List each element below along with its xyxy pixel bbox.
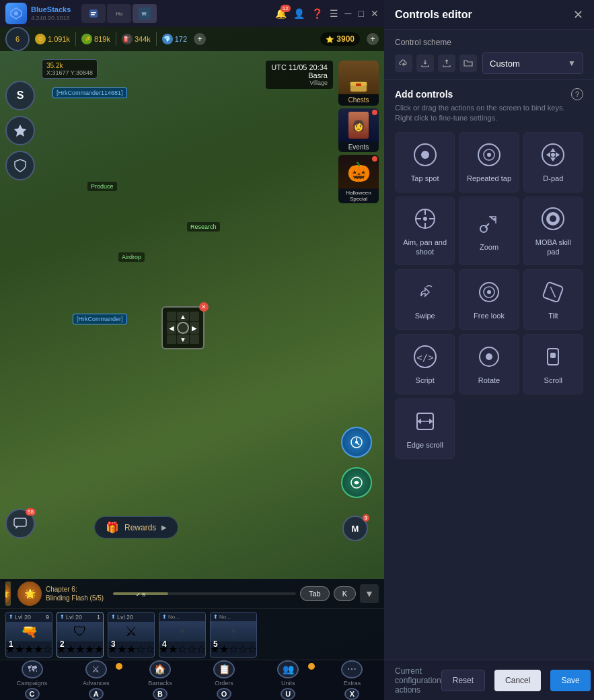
scroll-control[interactable]: Scroll [523,334,583,394]
add-controls-section: Add controls ? Click or drag the actions… [384,80,594,660]
nav-units[interactable]: 👥 Units U [256,660,320,700]
menu-icon[interactable]: ☰ [330,8,338,19]
maximize-button[interactable]: □ [359,8,364,19]
zoom-icon [476,210,503,237]
dpad-control[interactable]: D-pad [523,132,583,193]
dpad-down[interactable]: ▼ [177,335,189,344]
svg-point-36 [550,215,556,222]
player-avatar: 6 [5,27,30,51]
aim-icon [412,205,439,232]
profile-icon[interactable]: 👤 [293,8,305,19]
chests-tab[interactable]: Chests [338,61,379,106]
dpad-center[interactable] [177,322,189,334]
moba-control[interactable]: MOBA skill pad [523,197,583,266]
help-button[interactable]: ? [571,88,583,100]
download-button[interactable] [416,55,434,72]
home-tab[interactable] [81,4,106,23]
nav-orders[interactable]: 📋 Orders O [192,660,256,700]
dpad-up-left[interactable] [167,312,176,321]
events-tab[interactable]: 👩 Events [338,108,379,152]
cancel-button[interactable]: Cancel [494,670,541,691]
dpad-close-button[interactable]: ✕ [199,302,209,312]
title-icons: 🔔 12 👤 ❓ ☰ ─ □ ✕ [275,7,379,20]
edge-scroll-control[interactable]: Edge scroll [395,398,455,459]
dpad-down-right[interactable] [190,335,199,344]
action-button-2[interactable] [341,467,372,498]
game-tab-1[interactable]: Ho [107,4,131,23]
unit-slot-1[interactable]: Lvl 20 🔫 1 ★★★★☆ 9 [5,612,52,658]
reset-button[interactable]: Reset [441,670,485,691]
dpad-left[interactable]: ◀ [167,322,176,334]
add-resources-button[interactable]: + [194,33,206,45]
nav-barracks[interactable]: 🏠 Barracks B [128,660,192,700]
unit-slot-5[interactable]: No... + 5 ★★☆☆☆ [210,612,257,658]
save-button[interactable]: Save [550,670,590,691]
svg-marker-23 [546,152,550,158]
folder-button[interactable] [459,55,477,72]
bottom-arrow-button[interactable]: ▼ [360,584,379,603]
zoom-control[interactable]: Zoom [459,197,519,266]
free-look-label: Free look [474,311,505,320]
scroll-icon [540,343,566,370]
aim-label: Aim, pan and shoot [401,238,449,257]
hrk-commander-label2: [HrkCommander] [73,314,127,324]
gold-resource: ⚙ 1.091k [35,34,70,44]
aim-pan-shoot-control[interactable]: Aim, pan and shoot [395,197,455,266]
dpad-up[interactable]: ▲ [177,312,189,321]
app-name: BlueStacks [31,5,71,14]
chat-button[interactable]: 58 [5,509,35,538]
app-version: 4.240.20.1016 [31,15,71,22]
dpad-widget[interactable]: ✕ ▲ ◀ ▶ ▼ [161,306,205,349]
unit-slot-2[interactable]: Lvl 20 🛡 2 ★★★★★ 1 [57,612,104,658]
upload-button[interactable] [438,55,455,72]
rotate-icon [476,343,503,370]
script-control[interactable]: </> Script [395,334,455,394]
dpad-up-right[interactable] [190,312,199,321]
panel-header: Controls editor ✕ [384,0,594,30]
swipe-control[interactable]: Swipe [395,269,455,330]
edge-scroll-icon [412,408,439,435]
action-button-1[interactable] [341,427,372,458]
oil-resource: ⛽ 344k [122,34,151,44]
script-label: Script [416,376,435,385]
m-button[interactable]: M 3 [342,516,368,541]
close-window-button[interactable]: ✕ [371,8,379,19]
cloud-upload-button[interactable] [395,55,412,72]
halloween-tab[interactable]: 🎃 HalloweenSpecial [338,155,379,203]
rewards-button[interactable]: 🎁 Rewards ▶ [94,516,178,538]
scheme-dropdown[interactable]: Custom ▼ [482,53,583,74]
notification-bell[interactable]: 🔔 12 [275,7,287,20]
zoom-label: Zoom [480,242,498,252]
free-look-control[interactable]: Free look [459,269,519,330]
nav-advances[interactable]: ⚔ Advances A [64,660,128,700]
game-tab-2[interactable]: W: [133,4,157,23]
scheme-row: Custom ▼ [395,53,583,74]
shield-button[interactable] [5,151,35,180]
k-key-button[interactable]: K [334,586,356,601]
dpad-right[interactable]: ▶ [190,322,199,334]
nav-campaigns[interactable]: 🗺 Campaigns C [0,660,64,700]
food-resource: 🌾 819k [81,34,110,44]
s-button[interactable]: S [5,81,35,110]
minimize-button[interactable]: ─ [345,8,352,19]
bottom-nav: 🗺 Campaigns C ⚔ Advances A 🏠 Barracks B … [0,660,384,700]
tilt-label: Tilt [548,311,558,320]
swipe-icon [412,279,439,306]
rotate-control[interactable]: Rotate [459,334,519,394]
panel-close-button[interactable]: ✕ [573,9,583,21]
unit-slot-3[interactable]: Lvl 20 ⚔ 3 ★★★☆☆ [108,612,155,658]
rank-button[interactable] [5,116,35,145]
repeated-tap-icon [476,141,503,168]
unit-slot-4[interactable]: No... + 4 ★★☆☆☆ [159,612,206,658]
add-controls-desc: Click or drag the actions on the screen … [395,103,583,124]
dpad-down-left[interactable] [167,335,176,344]
add-special-button[interactable]: + [367,33,379,45]
repeated-tap-control[interactable]: Repeated tap [459,132,519,193]
tab-key-button[interactable]: Tab [300,586,330,601]
game-bottom: 🌟 🌟 Chapter 6: Blinding Flash (5/5) ✓ S … [0,579,384,700]
help-icon[interactable]: ❓ [311,8,323,19]
tap-spot-control[interactable]: Tap spot [395,132,455,193]
tilt-control[interactable]: Tilt [523,269,583,330]
nav-extras[interactable]: ⋯ Extras X [320,660,384,700]
player-power-tag: 35.2k X:31677 Y:30848 [42,59,98,79]
